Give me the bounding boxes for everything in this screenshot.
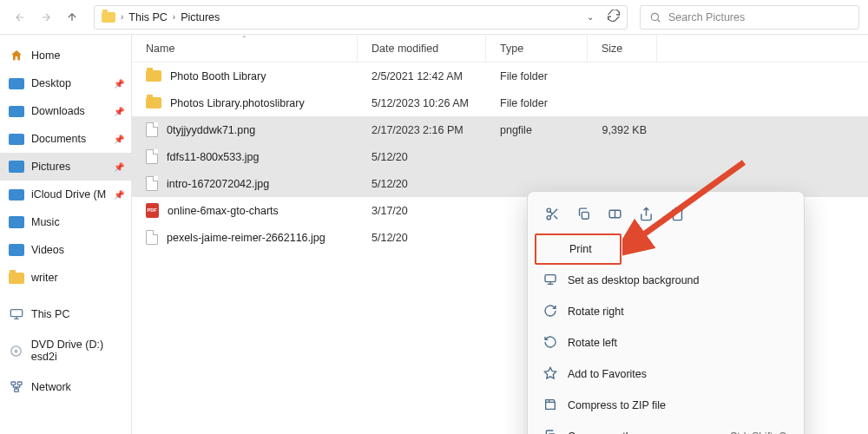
- file-name: online-6max-gto-charts: [168, 205, 279, 217]
- file-date: 5/12/20: [358, 178, 486, 190]
- sidebar-group-network[interactable]: Network: [0, 373, 131, 401]
- context-menu: PrintSet as desktop backgroundRotate rig…: [527, 191, 805, 434]
- context-menu-copy-as-path[interactable]: Copy as pathCtrl+Shift+C: [535, 421, 797, 434]
- file-icon: [146, 176, 158, 191]
- search-input[interactable]: Search Pictures: [640, 5, 859, 30]
- file-row[interactable]: 0tyjjyyddwk71.png2/17/2023 2:16 PMpngfil…: [132, 116, 868, 143]
- svg-rect-4: [11, 382, 16, 385]
- column-name[interactable]: ⌃ Name: [132, 35, 358, 62]
- shortcut-label: Ctrl+Shift+C: [730, 431, 786, 434]
- svg-rect-11: [545, 274, 556, 281]
- sidebar-item-icloud-drive-m[interactable]: iCloud Drive (M📌: [0, 181, 131, 208]
- zip-icon: [543, 398, 557, 414]
- svg-rect-5: [17, 382, 22, 385]
- file-date: 5/12/2023 10:26 AM: [358, 97, 486, 109]
- file-date: 3/17/20: [358, 205, 486, 217]
- context-menu-print[interactable]: Print: [535, 233, 621, 265]
- toolbar: › This PC › Pictures ⌄ Search Pictures: [0, 0, 868, 35]
- svg-point-3: [16, 350, 18, 352]
- context-menu-rotate-left[interactable]: Rotate left: [535, 327, 797, 358]
- file-date: 5/12/20: [358, 232, 486, 244]
- sidebar-item-pictures[interactable]: Pictures📌: [0, 153, 131, 181]
- sidebar-item-home[interactable]: Home: [0, 42, 131, 69]
- folder-icon: [102, 12, 115, 23]
- file-row[interactable]: Photos Library.photoslibrary5/12/2023 10…: [132, 89, 868, 116]
- folder-icon: [9, 133, 24, 145]
- sort-indicator-icon: ⌃: [241, 35, 247, 43]
- file-list: ⌃ Name Date modified Type Size Photo Boo…: [132, 35, 868, 434]
- rot-right-icon: [543, 304, 557, 320]
- desktop-icon: [543, 273, 557, 289]
- sidebar-item-label: Desktop: [31, 77, 71, 89]
- address-bar[interactable]: › This PC › Pictures ⌄: [94, 5, 628, 30]
- sidebar-group-label: This PC: [31, 308, 69, 320]
- file-name: 0tyjjyyddwk71.png: [167, 124, 255, 136]
- sidebar-item-writer[interactable]: writer: [0, 264, 131, 292]
- sidebar-item-desktop[interactable]: Desktop📌: [0, 69, 131, 97]
- sidebar-item-label: Home: [31, 49, 60, 62]
- search-placeholder: Search Pictures: [668, 11, 745, 23]
- folder-icon: [9, 188, 24, 201]
- pc-icon: [9, 308, 24, 320]
- context-menu-add-to-favorites[interactable]: Add to Favorites: [535, 358, 797, 390]
- svg-rect-1: [10, 310, 22, 317]
- svg-point-0: [651, 13, 658, 20]
- sidebar-item-downloads[interactable]: Downloads📌: [0, 97, 131, 125]
- breadcrumb-segment[interactable]: This PC: [128, 11, 167, 23]
- file-name: intro-1672072042.jpg: [167, 178, 269, 190]
- sidebar: HomeDesktop📌Downloads📌Documents📌Pictures…: [0, 35, 132, 434]
- music-icon: [9, 216, 24, 228]
- column-headers: ⌃ Name Date modified Type Size: [132, 35, 868, 62]
- refresh-icon[interactable]: [608, 10, 620, 24]
- pictures-icon: [9, 161, 24, 173]
- pin-icon: 📌: [114, 135, 124, 144]
- context-menu-label: Rotate right: [568, 306, 624, 318]
- folder-icon: [9, 105, 24, 117]
- sidebar-item-music[interactable]: Music: [0, 208, 131, 236]
- sidebar-item-documents[interactable]: Documents📌: [0, 125, 131, 153]
- file-date: 2/17/2023 2:16 PM: [358, 124, 486, 136]
- context-menu-compress-to-zip-file[interactable]: Compress to ZIP file: [535, 390, 797, 421]
- nav-back-button[interactable]: [10, 7, 30, 28]
- delete-icon[interactable]: [663, 201, 691, 227]
- sidebar-item-label: Music: [31, 216, 60, 228]
- sidebar-group-dvd-drive-d-esd2i[interactable]: DVD Drive (D:) esd2i: [0, 337, 131, 365]
- file-type: File folder: [486, 70, 588, 82]
- context-menu-rotate-right[interactable]: Rotate right: [535, 296, 797, 327]
- svg-point-8: [547, 215, 550, 219]
- nav-up-button[interactable]: [62, 7, 82, 28]
- folder-icon: [9, 273, 24, 284]
- context-menu-set-as-desktop-background[interactable]: Set as desktop background: [535, 265, 797, 296]
- file-icon: [146, 149, 158, 164]
- sidebar-item-videos[interactable]: Videos: [0, 236, 131, 264]
- pdf-icon: [146, 203, 159, 218]
- nav-forward-button[interactable]: [36, 7, 56, 28]
- sidebar-item-label: iCloud Drive (M: [31, 188, 106, 201]
- folder-icon: [146, 70, 161, 82]
- column-date[interactable]: Date modified: [358, 35, 486, 62]
- svg-point-2: [11, 345, 21, 355]
- rename-icon[interactable]: [601, 201, 628, 227]
- context-menu-label: Compress to ZIP file: [568, 399, 666, 411]
- column-type[interactable]: Type: [486, 35, 588, 62]
- sidebar-group-this-pc[interactable]: This PC: [0, 300, 131, 328]
- file-date: 2/5/2021 12:42 AM: [358, 70, 486, 82]
- file-date: 5/12/20: [358, 151, 486, 163]
- file-row[interactable]: Photo Booth Library2/5/2021 12:42 AMFile…: [132, 62, 868, 89]
- context-menu-toolbar: [535, 199, 797, 233]
- context-menu-label: Print: [569, 243, 592, 255]
- context-menu-label: Rotate left: [568, 337, 617, 349]
- cut-icon[interactable]: [538, 201, 566, 227]
- file-size: 9,392 KB: [588, 124, 657, 136]
- history-dropdown-icon[interactable]: ⌄: [587, 12, 594, 22]
- share-icon[interactable]: [632, 201, 660, 227]
- copy-icon[interactable]: [569, 201, 597, 227]
- svg-rect-9: [582, 212, 589, 219]
- file-name: pexels-jaime-reimer-2662116.jpg: [167, 232, 326, 244]
- videos-icon: [9, 244, 24, 256]
- file-row[interactable]: fdfs11-800x533.jpg5/12/20: [132, 143, 868, 170]
- column-size[interactable]: Size: [588, 35, 657, 62]
- breadcrumb-segment[interactable]: Pictures: [181, 11, 220, 23]
- dvd-icon: [9, 345, 24, 357]
- sidebar-item-label: Videos: [31, 244, 64, 256]
